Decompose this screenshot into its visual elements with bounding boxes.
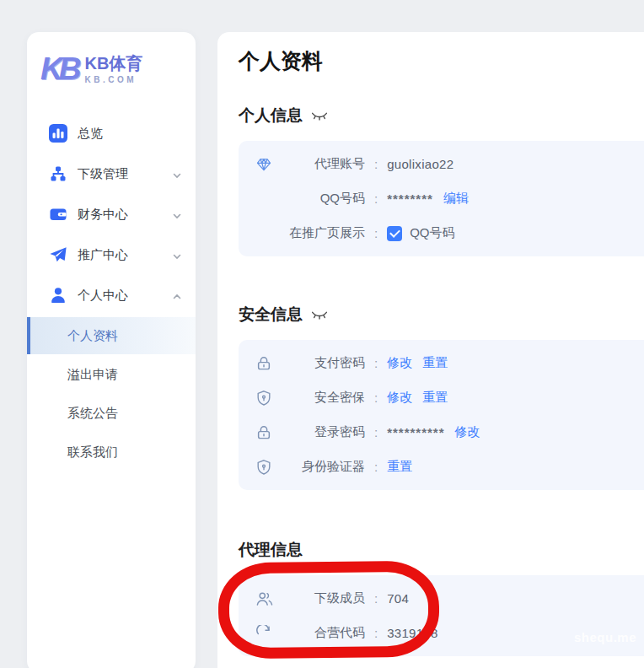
gem-icon	[255, 156, 274, 173]
payment-password-modify-link[interactable]: 修改	[387, 355, 412, 371]
security-question-modify-link[interactable]: 修改	[387, 390, 412, 406]
security-question-reset-link[interactable]: 重置	[422, 390, 448, 406]
payment-password-reset-link[interactable]: 重置	[422, 355, 448, 371]
submenu-item-label: 联系我们	[67, 444, 118, 461]
authenticator-reset-link[interactable]: 重置	[387, 459, 412, 475]
sidebar-subitem-contact-us[interactable]: 联系我们	[27, 434, 196, 471]
sidebar-item-subordinate-management[interactable]: 下级管理	[27, 154, 196, 194]
shield-icon	[255, 390, 274, 407]
logo-title: KB体育	[84, 54, 142, 73]
row-label: 安全密保	[286, 390, 365, 406]
qq-edit-link[interactable]: 编辑	[443, 191, 469, 207]
checkbox-label: QQ号码	[410, 225, 454, 241]
people-icon	[255, 590, 274, 607]
sidebar-subitem-system-announcement[interactable]: 系统公告	[27, 395, 196, 432]
logo-subtitle: KB.COM	[84, 75, 142, 84]
chevron-down-icon	[172, 250, 182, 260]
sidebar-item-label: 下级管理	[78, 166, 172, 182]
authenticator-row: 身份验证器 : 重置	[255, 450, 636, 484]
personal-info-card: 代理账号 : guolixiao22 QQ号码 : ******** 编辑 在推…	[239, 141, 644, 256]
sidebar-item-label: 财务中心	[78, 207, 172, 223]
personal-info-section-header: 个人信息	[239, 105, 644, 127]
sidebar-item-finance-center[interactable]: 财务中心	[27, 194, 196, 234]
paper-plane-icon	[49, 245, 67, 264]
refresh-icon	[255, 625, 274, 642]
section-title: 安全信息	[239, 304, 303, 326]
sidebar-item-label: 总览	[78, 126, 182, 142]
hide-eye-icon[interactable]	[311, 111, 328, 122]
security-info-card: 支付密码 : 修改 重置 安全密保 : 修改 重置 登录密码 : *	[239, 340, 644, 490]
affiliate-code-value: 3319198	[387, 626, 438, 640]
submenu-item-label: 个人资料	[67, 328, 118, 344]
login-password-modify-link[interactable]: 修改	[455, 424, 480, 440]
row-label: QQ号码	[286, 191, 365, 207]
sidebar-item-promotion-center[interactable]: 推广中心	[27, 234, 196, 275]
section-title: 代理信息	[239, 539, 303, 561]
row-label: 在推广页展示	[286, 225, 365, 241]
main-content: 个人资料 个人信息 代理账号 : guolixiao22 QQ号码 : ****…	[217, 32, 644, 668]
submenu-item-label: 系统公告	[67, 406, 118, 422]
bar-chart-icon	[49, 124, 67, 143]
qq-number-masked-value: ********	[387, 191, 433, 206]
agent-account-value: guolixiao22	[387, 157, 453, 171]
shield-icon	[255, 459, 274, 476]
agent-info-card: 下级成员 : 704 合营代码 : 3319198	[239, 575, 644, 656]
agent-account-row: 代理账号 : guolixiao22	[255, 147, 636, 181]
lock-icon	[255, 424, 274, 441]
kb-logo-icon: KB	[40, 51, 84, 87]
page: KB KB体育 KB.COM 总览 下级管理	[0, 0, 644, 668]
login-password-row: 登录密码 : ********** 修改	[255, 415, 636, 450]
row-label: 代理账号	[286, 156, 365, 172]
sidebar-item-label: 推广中心	[78, 247, 172, 263]
lock-icon	[255, 355, 274, 372]
security-info-section-header: 安全信息	[239, 304, 644, 326]
sidebar-subitem-profile[interactable]: 个人资料	[27, 317, 196, 354]
logo: KB KB体育 KB.COM	[40, 47, 196, 91]
sidebar-menu: 总览 下级管理 财务中心	[27, 113, 196, 471]
hide-eye-icon[interactable]	[311, 310, 328, 321]
payment-password-row: 支付密码 : 修改 重置	[255, 346, 636, 380]
security-question-row: 安全密保 : 修改 重置	[255, 380, 636, 415]
chevron-up-icon	[172, 290, 182, 300]
wallet-icon	[49, 205, 67, 224]
chevron-down-icon	[172, 169, 182, 179]
section-title: 个人信息	[239, 105, 303, 127]
person-icon	[49, 286, 67, 304]
promo-page-display-row: 在推广页展示 : QQ号码	[255, 216, 636, 250]
row-label: 身份验证器	[286, 459, 365, 475]
row-label: 下级成员	[286, 590, 365, 606]
chevron-down-icon	[172, 209, 182, 219]
row-label: 登录密码	[286, 424, 365, 440]
subordinate-members-row: 下级成员 : 704	[255, 581, 636, 616]
agent-info-section-header: 代理信息	[239, 539, 644, 561]
sidebar-item-overview[interactable]: 总览	[27, 113, 196, 154]
sidebar-item-label: 个人中心	[78, 288, 172, 304]
login-password-masked-value: **********	[387, 425, 444, 439]
sidebar-item-personal-center[interactable]: 个人中心	[27, 275, 196, 315]
row-label: 支付密码	[286, 355, 365, 371]
sidebar-subitem-overflow-application[interactable]: 溢出申请	[27, 356, 196, 393]
sidebar: KB KB体育 KB.COM 总览 下级管理	[27, 32, 196, 668]
qq-display-checkbox[interactable]	[387, 226, 402, 241]
row-label: 合营代码	[286, 625, 365, 641]
qq-number-row: QQ号码 : ******** 编辑	[255, 181, 636, 216]
affiliate-code-row: 合营代码 : 3319198	[255, 616, 636, 650]
subordinate-members-value: 704	[387, 591, 409, 606]
submenu-item-label: 溢出申请	[67, 367, 118, 383]
org-tree-icon	[49, 164, 67, 183]
page-title: 个人资料	[239, 49, 644, 73]
